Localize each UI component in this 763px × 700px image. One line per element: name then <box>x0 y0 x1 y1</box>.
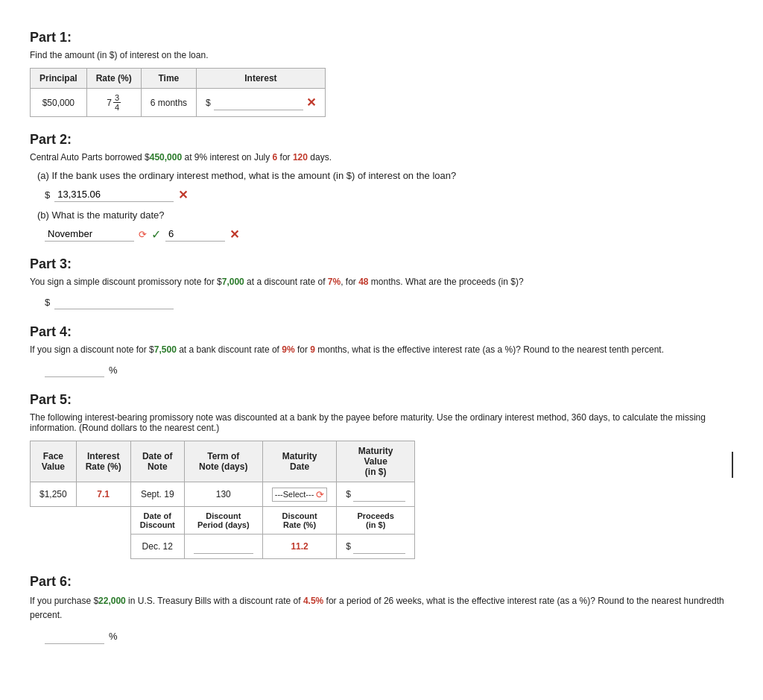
part3-months: 48 <box>358 277 368 287</box>
cell-proceeds: $ <box>337 535 415 559</box>
part3-rate: 7% <box>328 277 341 287</box>
whole-number: 7 <box>107 98 112 108</box>
dollar-label-a: $ <box>45 189 50 201</box>
part2-answer-a-input[interactable] <box>54 187 174 202</box>
part2-amount: 450,000 <box>150 152 182 163</box>
clear-icon[interactable]: ✕ <box>306 95 316 110</box>
part4-rate: 9% <box>282 344 294 355</box>
part2-qa-label-b: (b) What is the maturity date? <box>37 209 733 221</box>
part3-answer-row: $ <box>45 294 733 309</box>
part1-title: Part 1: <box>30 30 733 45</box>
col-maturity-date: MaturityDate <box>262 441 337 482</box>
part2-desc-middle: at 9% interest on July <box>182 152 272 163</box>
proceeds-input[interactable] <box>353 539 405 554</box>
cell-time: 6 months <box>141 89 196 117</box>
part6-title: Part 6: <box>30 574 733 590</box>
cell-maturity-date: ---Select--- ⟳ <box>262 482 337 507</box>
part4-amount: 7,500 <box>154 344 177 355</box>
part3-desc: You sign a simple discount promissory no… <box>30 277 733 287</box>
maturity-date-select[interactable]: ---Select--- ⟳ <box>272 488 328 502</box>
part4-middle: at a bank discount rate of <box>177 344 282 355</box>
part2-qa-label-a: (a) If the bank uses the ordinary intere… <box>37 170 733 181</box>
select-label: ---Select--- <box>275 490 314 499</box>
part3-suffix: months. What are the proceeds (in $)? <box>369 277 524 287</box>
numerator: 3 <box>113 93 121 103</box>
part4-months: 9 <box>310 344 315 355</box>
part3-amount: 7,000 <box>222 277 244 287</box>
part3-middle: at a discount rate of <box>244 277 328 287</box>
part4-title: Part 4: <box>30 324 733 340</box>
cell-rate: 7 3 4 <box>86 89 141 117</box>
part5-title: Part 5: <box>30 392 733 408</box>
cell-interest-rate: 7.1 <box>76 482 130 507</box>
col-discount-period: DiscountPeriod (days) <box>184 507 262 535</box>
part1-desc: Find the amount (in $) of interest on th… <box>30 50 733 60</box>
select-refresh-icon[interactable]: ⟳ <box>316 489 324 500</box>
cell-date-note: Sept. 19 <box>130 482 184 507</box>
cell-interest: $ ✕ <box>197 89 326 117</box>
clear-b-icon[interactable]: ✕ <box>229 227 239 242</box>
part4-percent: % <box>109 365 118 376</box>
mixed-number: 7 3 4 <box>107 93 121 112</box>
col-proceeds: Proceeds(in $) <box>337 507 415 535</box>
part4-suffix: months, what is the effective interest r… <box>315 344 664 355</box>
cell-term: 130 <box>184 482 262 507</box>
interest-input[interactable] <box>214 95 303 110</box>
part5-table: FaceValue InterestRate (%) Date ofNote T… <box>30 441 415 559</box>
col-time: Time <box>141 69 196 89</box>
part2-day-input[interactable] <box>165 227 225 242</box>
cell-discount-rate: 11.2 <box>262 535 337 559</box>
col-date-note: Date ofNote <box>130 441 184 482</box>
part4-prefix: If you sign a discount note for $ <box>30 344 154 355</box>
check-icon: ✓ <box>151 227 161 242</box>
col-principal: Principal <box>31 69 87 89</box>
part2-title: Part 2: <box>30 132 733 148</box>
part4-for: for <box>295 344 311 355</box>
clear-a-icon[interactable]: ✕ <box>178 188 188 202</box>
cell-date-discount: Dec. 12 <box>130 535 184 559</box>
proceeds-dollar: $ <box>346 541 351 552</box>
refresh-icon[interactable]: ⟳ <box>139 229 147 240</box>
part6-rate: 4.5% <box>303 596 323 606</box>
part2-answer-a-row: $ ✕ <box>45 187 733 202</box>
part2-desc: Central Auto Parts borrowed $450,000 at … <box>30 152 733 163</box>
discount-period-input[interactable] <box>194 539 253 554</box>
part3-prefix: You sign a simple discount promissory no… <box>30 277 222 287</box>
col-discount-rate: DiscountRate (%) <box>262 507 337 535</box>
col-interest-rate: InterestRate (%) <box>76 441 130 482</box>
dollar-sign: $ <box>206 98 211 108</box>
part1-table: Principal Rate (%) Time Interest $50,000… <box>30 68 326 117</box>
part3-title: Part 3: <box>30 256 733 272</box>
part6-answer-input[interactable] <box>45 629 104 644</box>
cell-discount-period <box>184 535 262 559</box>
part4-answer-input[interactable] <box>45 362 104 377</box>
part6-desc: If you purchase $22,000 in U.S. Treasury… <box>30 594 733 622</box>
part2-days: 120 <box>293 152 308 163</box>
part2-month-input[interactable] <box>45 227 134 242</box>
part3-answer-input[interactable] <box>54 294 174 309</box>
part6-middle: in U.S. Treasury Bills with a discount r… <box>126 596 303 606</box>
col-interest: Interest <box>197 69 326 89</box>
part4-desc: If you sign a discount note for $7,500 a… <box>30 344 733 355</box>
cell-face-value: $1,250 <box>31 482 77 507</box>
mv-dollar: $ <box>346 489 351 499</box>
part6-prefix: If you purchase $ <box>30 596 98 606</box>
part2-desc-for: for <box>277 152 293 163</box>
part5-desc: The following interest-bearing promissor… <box>30 412 733 433</box>
maturity-value-input[interactable] <box>353 487 405 502</box>
fraction: 3 4 <box>113 93 121 112</box>
part6-percent: % <box>109 631 118 642</box>
part2-answer-b-row: ⟳ ✓ ✕ <box>45 227 733 242</box>
denominator: 4 <box>113 103 121 112</box>
cell-principal: $50,000 <box>31 89 87 117</box>
part3-for: , for <box>341 277 358 287</box>
cell-maturity-value: $ <box>337 482 415 507</box>
col-rate: Rate (%) <box>86 69 141 89</box>
part3-dollar: $ <box>45 297 50 308</box>
vertical-line <box>732 452 733 478</box>
col-date-discount: Date ofDiscount <box>130 507 184 535</box>
part6-answer-row: % <box>45 629 733 644</box>
part4-answer-row: % <box>45 362 733 377</box>
col-maturity-value: MaturityValue(in $) <box>337 441 415 482</box>
part2-desc-suffix: days. <box>308 152 332 163</box>
